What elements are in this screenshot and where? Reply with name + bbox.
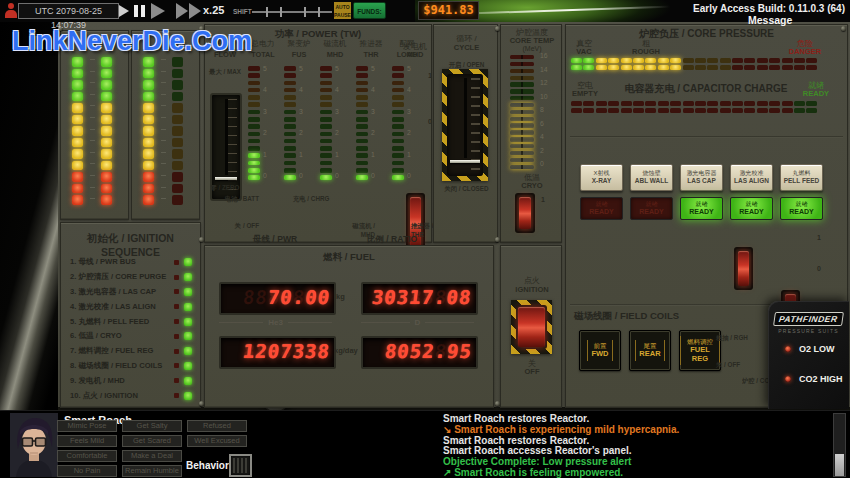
led (510, 103, 534, 107)
log-scrollbar[interactable] (833, 413, 846, 477)
step-ready-led (184, 318, 192, 326)
ignition-step-label: 4. 激光校准 / LAS ALIGN (70, 302, 169, 312)
led (707, 101, 718, 106)
fastest-forward-button[interactable] (176, 3, 202, 19)
ready-label-cn: 就绪 (696, 201, 708, 208)
bargraph-scale: 543210 (263, 66, 267, 180)
cycle-slider-frame (442, 69, 488, 181)
led (806, 65, 817, 70)
scale-tick: 1 (299, 152, 303, 159)
led (248, 175, 260, 180)
power-bargraph: 543210 (353, 66, 389, 180)
led (510, 76, 534, 80)
button-abl-wall[interactable]: 烧蚀壁ABL WALL (630, 164, 673, 191)
led (356, 88, 368, 93)
cycle-slider[interactable] (447, 74, 483, 176)
power-channel-mhd: 磁流机MHD543210 (317, 39, 353, 180)
led (284, 124, 296, 129)
led (356, 110, 368, 115)
social-action-button[interactable]: Comfortable (57, 450, 117, 462)
step-ready-led (184, 303, 192, 311)
fast-forward-button[interactable] (151, 3, 165, 19)
social-action-button[interactable]: Refused (187, 420, 247, 432)
social-action-button[interactable]: Mimic Pose (57, 420, 117, 432)
led (392, 153, 404, 158)
timeline-tick[interactable] (280, 7, 282, 17)
led (794, 65, 805, 70)
log-scrollbar-thumb[interactable] (835, 454, 844, 476)
led (143, 149, 154, 159)
cryo-switch[interactable] (515, 193, 535, 233)
field-coil-button-fuel-reg[interactable]: 燃料调控FUEL REG (679, 330, 721, 371)
ignition-switch[interactable] (516, 305, 547, 349)
o2-warning-led (785, 346, 791, 352)
field-coil-button-rear[interactable]: 尾置REAR (629, 330, 671, 371)
led (510, 130, 534, 134)
led (583, 108, 594, 113)
message-header: Message (748, 14, 792, 26)
led (720, 58, 731, 63)
switch-on-mark: 1 (817, 234, 821, 241)
social-action-button[interactable]: Remain Humble (122, 465, 182, 477)
crew-portrait[interactable] (10, 413, 58, 477)
kg-unit-label: kg (336, 292, 345, 301)
d-amount-display: 888888830317.08 (361, 282, 478, 315)
led (356, 102, 368, 107)
led (172, 80, 183, 90)
led (101, 149, 112, 159)
play-button[interactable] (119, 5, 129, 17)
led (248, 146, 260, 151)
pathfinder-monitor: PATHFINDER PRESSURE SUITS O2 LOW CO2 HIG… (768, 301, 849, 409)
scale-tick: 0 (263, 173, 267, 180)
shift-timeline-slider[interactable] (252, 11, 332, 13)
pathfinder-subtitle: PRESSURE SUITS (768, 328, 849, 334)
ready-indicator: 就绪READY (680, 197, 723, 220)
social-action-button[interactable]: No Pain (57, 465, 117, 477)
button-las-align[interactable]: 激光校准LAS ALIGN (730, 164, 773, 191)
led (510, 144, 534, 148)
auto-pause-toggle[interactable]: AUTO PAUSE (334, 2, 351, 19)
led (510, 165, 534, 169)
social-action-button[interactable]: Get Salty (122, 420, 182, 432)
panel-divider (570, 136, 843, 138)
las-align-switch[interactable] (734, 247, 753, 290)
led (782, 65, 793, 70)
flow-slider-handle[interactable] (215, 177, 237, 180)
screw (199, 401, 204, 406)
led (248, 110, 260, 115)
power-channel-fus: 聚变炉FUS543210 (281, 39, 317, 180)
button-label-en: FUEL REG (684, 346, 716, 363)
button-x-ray[interactable]: X射线X-RAY (580, 164, 623, 191)
utc-clock: UTC 2079-08-25 14:07:39 (18, 3, 119, 19)
timeline-tick[interactable] (318, 7, 320, 17)
social-action-button[interactable]: Make a Deal (122, 450, 182, 462)
led (284, 168, 296, 173)
gauge-bar (143, 57, 154, 207)
social-action-button[interactable]: Well Excused (187, 435, 247, 447)
event-log: Smart Roach restores Reactor.↘ Smart Roa… (443, 414, 828, 478)
timeline-tick[interactable] (304, 7, 306, 17)
screw (199, 237, 204, 242)
power-channel-thr: 推进器THR543210 (353, 39, 389, 180)
led (621, 65, 632, 70)
behavior-selector[interactable] (229, 454, 252, 477)
power-channel-total: 总电力TOTAL543210 (245, 39, 281, 180)
button-pell-feed[interactable]: 丸燃料PELL FEED (780, 164, 823, 191)
social-action-button[interactable]: Feels Mild (57, 435, 117, 447)
button-las-cap[interactable]: 激光电容器LAS CAP (680, 164, 723, 191)
field-coil-button-fwd[interactable]: 前置FWD (579, 330, 621, 371)
screw (495, 401, 500, 406)
funds-button[interactable]: FUNDS: (353, 2, 386, 19)
cycle-slider-handle[interactable] (450, 160, 480, 163)
ignition-step-label: 5. 丸燃料 / PELL FEED (70, 317, 169, 327)
crew-alert-icon[interactable] (5, 3, 17, 19)
timeline-tick[interactable] (266, 7, 268, 17)
core-temp-bargraph (510, 55, 534, 169)
led (806, 58, 817, 63)
social-action-button[interactable]: Get Scared (122, 435, 182, 447)
pause-button[interactable] (134, 5, 145, 17)
field-coil-button-label: 燃料调控FUEL REG (680, 336, 720, 365)
led (143, 92, 154, 102)
led (392, 66, 404, 71)
led (320, 117, 332, 122)
